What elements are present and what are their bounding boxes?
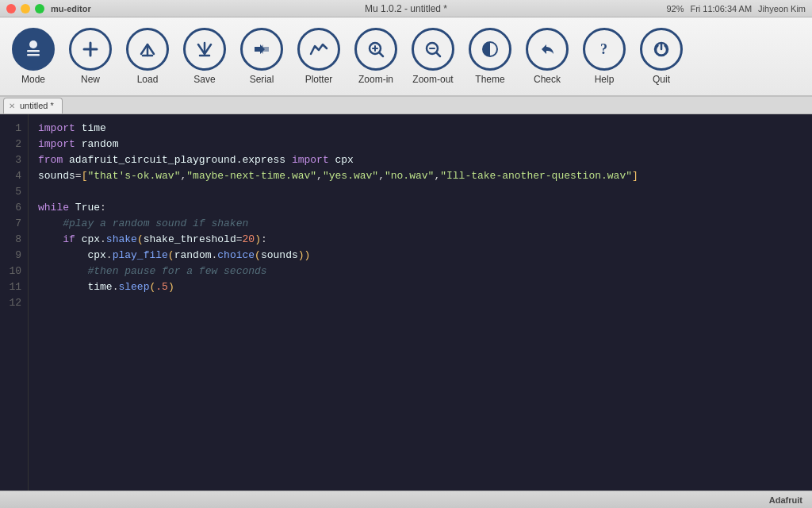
serial-label: Serial [250, 74, 274, 85]
load-icon [126, 28, 169, 71]
code-editor[interactable]: import time import random from adafruit_… [29, 114, 812, 491]
svg-line-12 [380, 53, 384, 57]
zoom-in-icon [354, 28, 397, 71]
status-label: Adafruit [769, 495, 802, 505]
check-button[interactable]: Check [520, 21, 574, 91]
line-num-1: 1 [0, 121, 28, 137]
code-line-12 [38, 295, 802, 311]
code-line-7: #play a random sound if shaken [38, 216, 802, 232]
line-num-12: 12 [0, 295, 28, 311]
help-icon: ? [583, 28, 626, 71]
code-line-3: from adafruit_circuit_playground.express… [38, 152, 802, 168]
tab-untitled[interactable]: ✕ untitled * [3, 98, 63, 114]
maximize-button[interactable] [35, 4, 44, 13]
svg-rect-1 [27, 50, 40, 52]
save-label: Save [193, 74, 215, 85]
code-line-11: time.sleep(.5) [38, 279, 802, 295]
line-numbers: 1 2 3 4 5 6 7 8 9 10 11 12 [0, 114, 29, 491]
tabbar: ✕ untitled * [0, 97, 812, 114]
battery-indicator: 92% [666, 4, 684, 13]
plotter-label: Plotter [305, 74, 333, 85]
zoom-in-button[interactable]: Zoom-in [349, 21, 403, 91]
plotter-icon [297, 28, 340, 71]
code-line-1: import time [38, 121, 802, 137]
plotter-button[interactable]: Plotter [292, 21, 346, 91]
close-button[interactable] [6, 4, 16, 13]
check-label: Check [534, 74, 561, 85]
theme-icon [469, 28, 511, 71]
line-num-7: 7 [0, 216, 28, 232]
window-title: Mu 1.0.2 - untitled * [365, 3, 447, 14]
line-num-11: 11 [0, 279, 28, 295]
zoom-out-label: Zoom-out [412, 74, 453, 85]
code-line-2: import random [38, 137, 802, 152]
code-line-6: while True: [38, 200, 802, 216]
code-line-9: cpx.play_file(random.choice(sounds)) [38, 248, 802, 264]
load-button[interactable]: Load [121, 21, 174, 91]
line-num-4: 4 [0, 168, 28, 184]
line-num-9: 9 [0, 248, 28, 264]
load-label: Load [137, 74, 159, 85]
new-button[interactable]: New [63, 21, 117, 91]
zoom-out-icon [412, 28, 454, 71]
serial-button[interactable]: Serial [235, 21, 289, 91]
help-label: Help [595, 74, 615, 85]
titlebar-right: 92% Fri 11:06:34 AM Jihyeon Kim [666, 4, 806, 13]
check-icon [526, 28, 569, 71]
tab-label: untitled * [20, 101, 54, 110]
statusbar: Adafruit [0, 491, 812, 508]
toolbar: Mode New Load [0, 17, 812, 97]
save-button[interactable]: Save [178, 21, 232, 91]
quit-button[interactable]: Quit [634, 21, 688, 91]
editor-area: 1 2 3 4 5 6 7 8 9 10 11 12 import time i… [0, 114, 812, 491]
theme-label: Theme [475, 74, 504, 85]
quit-label: Quit [653, 74, 670, 85]
code-line-5 [38, 184, 802, 200]
code-line-10: #then pause for a few seconds [38, 264, 802, 279]
new-label: New [81, 74, 100, 85]
line-num-6: 6 [0, 200, 28, 216]
serial-icon [240, 28, 283, 71]
code-line-8: if cpx.shake(shake_threshold=20): [38, 232, 802, 248]
theme-button[interactable]: Theme [463, 21, 517, 91]
mode-label: Mode [21, 74, 45, 85]
quit-icon [640, 28, 683, 71]
titlebar: mu-editor Mu 1.0.2 - untitled * 92% Fri … [0, 0, 812, 17]
minimize-button[interactable] [21, 4, 30, 13]
line-num-3: 3 [0, 152, 28, 168]
svg-text:?: ? [600, 41, 607, 57]
code-line-4: sounds=["that's-ok.wav","maybe-next-time… [38, 168, 802, 184]
mode-button[interactable]: Mode [6, 21, 60, 91]
help-button[interactable]: ? Help [577, 21, 631, 91]
svg-line-15 [437, 53, 441, 57]
zoom-out-button[interactable]: Zoom-out [406, 21, 460, 91]
time-display: Fri 11:06:34 AM [690, 4, 752, 13]
zoom-in-label: Zoom-in [358, 74, 393, 85]
svg-rect-2 [27, 54, 40, 56]
save-icon [183, 28, 226, 71]
app-name-label: mu-editor [51, 4, 91, 13]
user-name: Jihyeon Kim [758, 4, 806, 13]
line-num-8: 8 [0, 232, 28, 248]
tab-close-icon[interactable]: ✕ [9, 102, 15, 110]
window-controls[interactable] [6, 4, 44, 13]
line-num-5: 5 [0, 184, 28, 200]
line-num-2: 2 [0, 137, 28, 152]
mode-icon [12, 28, 55, 71]
line-num-10: 10 [0, 264, 28, 279]
svg-point-0 [29, 40, 37, 48]
new-icon [69, 28, 112, 71]
